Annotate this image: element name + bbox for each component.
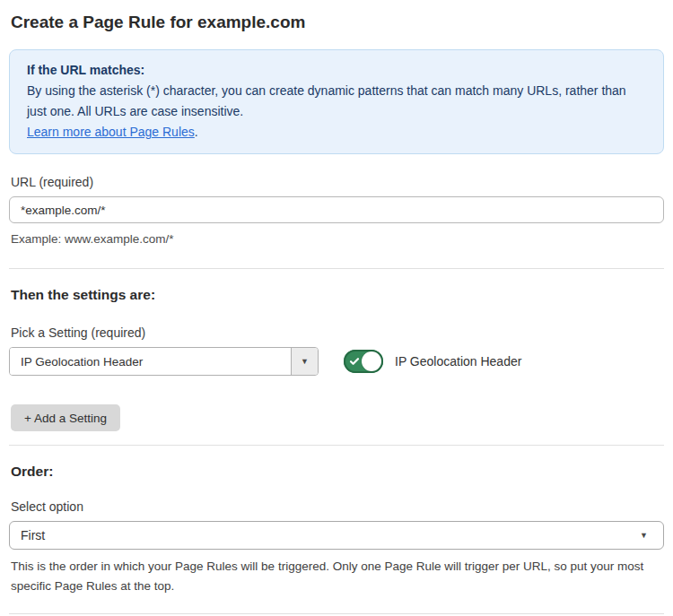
order-select-value: First bbox=[21, 528, 45, 542]
url-match-info-box: If the URL matches: By using the asteris… bbox=[9, 49, 664, 154]
setting-select-value: IP Geolocation Header bbox=[10, 348, 291, 375]
order-section-heading: Order: bbox=[11, 464, 664, 480]
divider bbox=[9, 613, 664, 614]
divider bbox=[9, 268, 664, 269]
ip-geolocation-toggle[interactable] bbox=[344, 350, 383, 373]
create-page-rule-form: Create a Page Rule for example.com If th… bbox=[0, 0, 673, 616]
order-select-label: Select option bbox=[11, 499, 664, 514]
setting-select-arrow-button[interactable]: ▼ bbox=[291, 348, 318, 375]
pick-setting-label: Pick a Setting (required) bbox=[11, 325, 664, 340]
setting-row: IP Geolocation Header ▼ IP Geolocation H… bbox=[9, 347, 664, 376]
info-box-heading: If the URL matches: bbox=[27, 60, 646, 81]
order-helper-text: This is the order in which your Page Rul… bbox=[11, 557, 673, 596]
setting-select[interactable]: IP Geolocation Header ▼ bbox=[9, 347, 319, 376]
chevron-down-icon: ▼ bbox=[640, 532, 648, 540]
url-helper-text: Example: www.example.com/* bbox=[11, 230, 664, 248]
divider bbox=[9, 445, 664, 446]
settings-section-heading: Then the settings are: bbox=[11, 287, 664, 303]
add-setting-button[interactable]: + Add a Setting bbox=[11, 404, 120, 431]
learn-more-page-rules-link[interactable]: Learn more about Page Rules bbox=[27, 125, 195, 139]
page-title: Create a Page Rule for example.com bbox=[11, 12, 664, 33]
toggle-knob bbox=[362, 351, 381, 371]
url-field-label: URL (required) bbox=[11, 175, 664, 189]
checkmark-icon bbox=[349, 356, 360, 367]
order-select[interactable]: First ▼ bbox=[9, 521, 664, 550]
info-box-link-line: Learn more about Page Rules. bbox=[27, 122, 646, 143]
link-suffix-text: . bbox=[195, 125, 198, 139]
info-box-body: By using the asterisk (*) character, you… bbox=[27, 81, 646, 122]
url-input[interactable] bbox=[9, 196, 664, 223]
chevron-down-icon: ▼ bbox=[301, 358, 309, 366]
toggle-label: IP Geolocation Header bbox=[395, 354, 521, 369]
